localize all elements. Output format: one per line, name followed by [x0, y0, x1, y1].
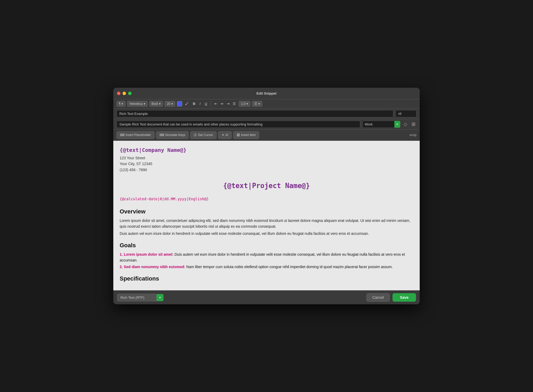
italic-button[interactable]: I [198, 101, 202, 106]
cancel-button[interactable]: Cancel [366, 293, 390, 302]
overview-heading: Overview [120, 207, 413, 216]
action-buttons-group: ⌨ Insert Placeholder ⌨ Simulate Keys Ⓐ S… [116, 131, 259, 139]
maximize-button[interactable] [128, 92, 132, 95]
group-dropdown-button[interactable]: ▾ [394, 121, 400, 128]
align-justify-button[interactable]: ☰ [231, 101, 237, 106]
line-spacing-label: 1,0 [241, 102, 246, 106]
set-cursor-button[interactable]: Ⓐ Set Cursor [190, 131, 216, 139]
align-left-button[interactable]: ⇤ [213, 101, 219, 106]
bold-icon: B [193, 102, 195, 106]
set-cursor-label: Set Cursor [198, 133, 213, 137]
format-dropdown-button[interactable]: ▾ [157, 294, 163, 301]
bottom-bar: Rich Text (RTF) Plain Text HTML ▾ Cancel… [113, 290, 420, 304]
group-select-wrapper: Work Personal None ▾ [362, 121, 400, 128]
underline-icon: U [205, 102, 207, 106]
color-swatch[interactable] [177, 101, 182, 106]
formatting-toolbar: ¶ ▾ Helvetica ▾ Bold ▾ 20 ▾ 🖊 B I U [113, 99, 420, 109]
overview-para1: Lorem ipsum dolor sit amet, consectetuer… [120, 218, 413, 229]
date-placeholder: {@calculated-date|0|dd.MM.yyyy|English@} [120, 196, 413, 202]
insert-item-label: Insert item [241, 133, 256, 137]
goal1-line: 1. Lorem ipsum dolor sit amet: Duis aute… [120, 252, 413, 263]
address-line1: 123 Your Street [120, 155, 413, 161]
address-block: 123 Your Street Your City, ST 12345 (123… [120, 155, 413, 173]
placeholder-icon: ⌨ [120, 133, 124, 137]
align-right-button[interactable]: ⇥ [225, 101, 231, 106]
chevron-down-icon: ▾ [258, 102, 260, 106]
meta-row [113, 109, 420, 119]
paragraph-icon: ¶ [119, 102, 120, 106]
list-icon: ☰ [254, 102, 257, 106]
format-select[interactable]: Rich Text (RTF) Plain Text HTML [117, 294, 157, 301]
underline-button[interactable]: U [203, 101, 208, 106]
group-select[interactable]: Work Personal None [363, 121, 394, 128]
font-size-label: 20 [167, 102, 170, 106]
simulate-keys-button[interactable]: ⌨ Simulate Keys [156, 131, 189, 139]
alignment-group: ⇤ ⇔ ⇥ ☰ [213, 101, 237, 106]
ai-label: AI [225, 133, 228, 137]
wrap-label: wrap [410, 133, 417, 137]
close-button[interactable] [117, 92, 120, 95]
toolbar-separator [211, 101, 211, 106]
line-spacing-button[interactable]: 1,0 ▾ [239, 101, 251, 107]
action-row: ⌨ Insert Placeholder ⌨ Simulate Keys Ⓐ S… [113, 130, 420, 141]
goal2-label: 2. Sed diam nonummy nibh euismod: [120, 265, 185, 269]
address-line2: Your City, ST 12345 [120, 161, 413, 167]
snippet-extension-input[interactable] [395, 110, 417, 117]
bottom-buttons: Cancel Save [366, 293, 416, 302]
align-right-icon: ⇥ [227, 102, 230, 106]
project-placeholder: {@text|Project Name@} [120, 181, 413, 191]
snippet-description-input[interactable] [116, 121, 360, 128]
simulate-keys-label: Simulate Keys [165, 133, 185, 137]
goals-heading: Goals [120, 241, 413, 250]
chevron-down-icon: ▾ [159, 296, 161, 299]
company-placeholder: {@text|Company Name@} [120, 146, 413, 154]
ai-button[interactable]: ✦ AI [218, 131, 232, 139]
eyedropper-icon: 🖊 [185, 102, 189, 106]
minimize-button[interactable] [123, 92, 126, 95]
content-area[interactable]: {@text|Company Name@} 123 Your Street Yo… [113, 141, 420, 290]
ai-icon: ✦ [222, 133, 224, 137]
align-center-button[interactable]: ⇔ [219, 101, 225, 106]
edit-snippet-window: Edit Snippet ¶ ▾ Helvetica ▾ Bold ▾ 20 ▾… [113, 88, 420, 304]
align-left-icon: ⇤ [214, 102, 217, 106]
align-justify-icon: ☰ [233, 102, 236, 106]
specs-heading: Specifications [120, 274, 413, 283]
italic-icon: I [200, 102, 201, 106]
window-title: Edit Snippet [256, 91, 277, 95]
tag-icon-button[interactable]: ◇ [403, 121, 408, 128]
font-weight-button[interactable]: Bold ▾ [149, 101, 163, 107]
list-icon-button[interactable]: ⊞ [410, 121, 417, 128]
bold-button[interactable]: B [191, 101, 197, 106]
font-family-button[interactable]: Helvetica ▾ [127, 101, 147, 107]
goal2-line: 2. Sed diam nonummy nibh euismod: Nam li… [120, 264, 413, 270]
eyedropper-button[interactable]: 🖊 [184, 101, 190, 106]
description-row: Work Personal None ▾ ◇ ⊞ [113, 119, 420, 130]
goal1-label: 1. Lorem ipsum dolor sit amet: [120, 252, 174, 256]
chevron-down-icon: ▾ [144, 102, 145, 106]
save-button[interactable]: Save [392, 293, 416, 302]
snippet-name-input[interactable] [116, 110, 393, 117]
insert-placeholder-button[interactable]: ⌨ Insert Placeholder [116, 131, 155, 139]
title-bar: Edit Snippet [113, 88, 420, 99]
paragraph-style-button[interactable]: ¶ ▾ [116, 101, 125, 107]
keyboard-icon: ⌨ [160, 133, 164, 137]
format-select-container: Rich Text (RTF) Plain Text HTML ▾ [117, 294, 163, 301]
address-line3: (123) 456 - 7890 [120, 167, 413, 173]
font-weight-label: Bold [152, 102, 158, 106]
insert-placeholder-label: Insert Placeholder [125, 133, 151, 137]
goal2-text: Nam liber tempor cum soluta nobis eleife… [186, 265, 393, 269]
list-button[interactable]: ☰ ▾ [252, 101, 262, 107]
align-center-icon: ⇔ [221, 102, 223, 106]
cursor-icon: Ⓐ [194, 133, 197, 137]
chevron-down-icon: ▾ [159, 102, 161, 106]
chevron-down-icon: ▾ [121, 102, 123, 106]
font-size-button[interactable]: 20 ▾ [165, 101, 175, 107]
chevron-down-icon: ▾ [396, 123, 398, 126]
traffic-lights [117, 92, 132, 95]
chevron-down-icon: ▾ [246, 102, 248, 106]
font-name-label: Helvetica [129, 102, 142, 106]
insert-item-button[interactable]: 🖼 Insert item [233, 131, 259, 139]
snippets-list-icon: ⊞ [412, 122, 415, 127]
chevron-down-icon: ▾ [171, 102, 173, 106]
overview-para2: Duis autem vel eum iriure dolor in hendr… [120, 231, 413, 237]
